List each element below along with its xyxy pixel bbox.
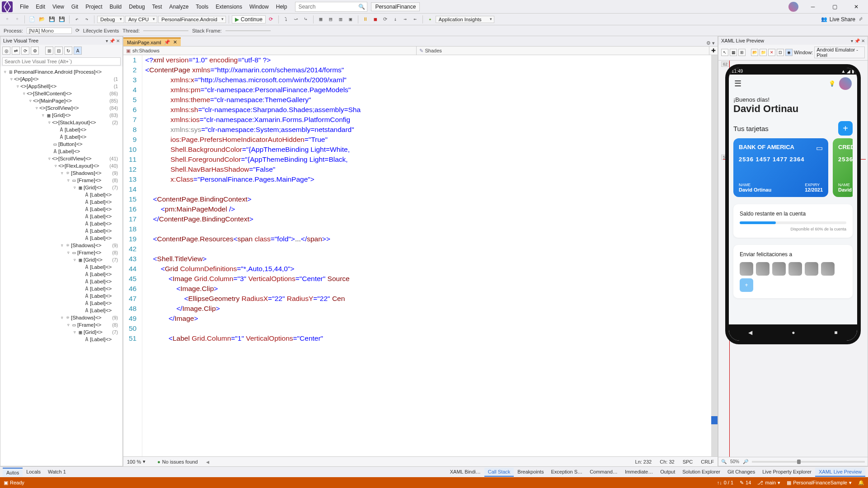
pv-tool6-icon[interactable]: ✕ [768, 49, 775, 56]
bottomtab-git-changes[interactable]: Git Changes [724, 468, 759, 477]
tree-node[interactable]: ▿<> [MainPage] <>(85) [0, 97, 122, 104]
menu-tools[interactable]: Tools [192, 0, 212, 13]
app-insights-dropdown[interactable]: Application Insights [436, 16, 494, 23]
pv-tool3-icon[interactable]: ⊞ [738, 49, 746, 56]
contact-avatar[interactable] [788, 262, 802, 276]
credit-card-2[interactable]: Cred 2536 nameDavid [833, 138, 853, 197]
back-icon[interactable]: ◀ [748, 329, 752, 336]
add-card-button[interactable]: + [838, 121, 853, 136]
new-icon[interactable]: 📄 [28, 15, 37, 24]
tab-tools-icon[interactable]: ⚙ ▾ [704, 40, 718, 46]
startup-project-dropdown[interactable]: PersonalFinance.Android [158, 16, 226, 23]
status-edits[interactable]: ✎ 14 [740, 480, 751, 486]
home-icon[interactable]: ● [792, 329, 795, 336]
tree-node[interactable]: A [Label] <> [0, 191, 122, 198]
feedback-icon[interactable]: ☍ [856, 15, 865, 24]
tree-node[interactable]: A [Label] <> [0, 235, 122, 242]
menu-icon[interactable]: ☰ [734, 79, 741, 89]
bottomtab-output[interactable]: Output [657, 468, 679, 477]
status-notif-icon[interactable]: 🔔 [858, 480, 864, 486]
phone-avatar[interactable] [839, 77, 852, 90]
back-icon[interactable]: ◦ [3, 15, 12, 24]
pin-icon[interactable]: 📌 [109, 38, 115, 43]
tree-node[interactable]: ▿⊞ PersonalFinance.Android [Process] <> [0, 68, 122, 75]
tree-node[interactable]: A [Label] <> [0, 307, 122, 314]
scrollbar[interactable] [711, 55, 718, 456]
redo-icon[interactable]: ↷ [82, 15, 91, 24]
bottomtab-call-stack[interactable]: Call Stack [484, 468, 514, 477]
bulb-icon[interactable]: 💡 [829, 80, 835, 87]
editor-tab[interactable]: MainPage.xaml📌✕ [123, 38, 181, 46]
stepinto-icon[interactable]: ⤷ [301, 15, 310, 24]
pause-icon[interactable]: ⏸ [361, 15, 370, 24]
menu-edit[interactable]: Edit [32, 0, 49, 13]
stack-dropdown[interactable] [225, 30, 271, 31]
ai-icon[interactable]: ✦ [426, 15, 435, 24]
stepout-icon[interactable]: ↓ [391, 15, 400, 24]
menu-help[interactable]: Help [272, 0, 291, 13]
tree-node[interactable]: ▿☼ [Shadows] <>(9) [0, 314, 122, 321]
thread-dropdown[interactable] [143, 30, 188, 31]
split-icon[interactable]: ✚ [709, 47, 718, 55]
close-icon[interactable]: ✕ [116, 38, 120, 43]
tree-tool-sync-icon[interactable]: ⇄ [12, 47, 20, 55]
spacing-indicator[interactable]: SPC [683, 459, 693, 465]
menu-project[interactable]: Project [82, 0, 106, 13]
continue-button[interactable]: ▶Continue [232, 15, 266, 23]
zoom-out-icon[interactable]: 🔍 [721, 459, 727, 464]
liveshare-label[interactable]: Live Share [830, 16, 855, 23]
hot-reload-icon[interactable]: ⟳ [267, 15, 276, 24]
tree-node[interactable]: ▿<> [FlexLayout] <>(40) [0, 162, 122, 169]
pv-tool4-icon[interactable]: 📂 [751, 49, 758, 56]
issues-indicator[interactable]: ●No issues found [157, 459, 198, 465]
open-icon[interactable]: 📂 [38, 15, 47, 24]
contact-avatar[interactable] [772, 262, 786, 276]
bottomtab-xaml-live-preview[interactable]: XAML Live Preview [815, 468, 865, 477]
process-dropdown[interactable]: [N/A] Mono [27, 28, 72, 34]
maximize-button[interactable]: ▢ [825, 1, 845, 12]
window-dropdown[interactable]: Android Emulator - Pixel [814, 47, 865, 58]
save-icon[interactable]: 💾 [47, 15, 56, 24]
tree-node[interactable]: A [Label] <> [0, 148, 122, 155]
contact-avatar[interactable] [756, 262, 769, 276]
tree-node[interactable]: ▿▦ [Grid] <>(7) [0, 184, 122, 191]
close-icon[interactable]: ✕ [861, 38, 865, 43]
status-repo[interactable]: ▦ PersonalFinanceSample ▾ [787, 480, 852, 486]
layout4-icon[interactable]: ▣ [346, 15, 355, 24]
tree-node[interactable]: A [Label] <> [0, 126, 122, 133]
tree-node[interactable]: A [Label] <> [0, 206, 122, 213]
add-contact-button[interactable]: + [740, 278, 753, 292]
pv-tool1-icon[interactable]: ↖ [721, 49, 728, 56]
tree-node[interactable]: ▿▭ [Frame] <>(8) [0, 249, 122, 256]
credit-card-1[interactable]: Bank of America ▭ 2536 1457 1477 2364 na… [733, 138, 828, 197]
tree-node[interactable]: ▭ [Button] <> [0, 141, 122, 148]
minimize-button[interactable]: ─ [803, 1, 823, 12]
tree-node[interactable]: A [Label] <> [0, 271, 122, 278]
nav-left[interactable]: ▣sh:Shadows [123, 47, 417, 55]
stepover2-icon[interactable]: → [401, 15, 410, 24]
dropdown-icon[interactable]: ▾ [106, 38, 108, 43]
tree-node[interactable]: ▿<> [StackLayout] <>(2) [0, 119, 122, 126]
pin-icon[interactable]: 📌 [164, 39, 170, 45]
stepover-icon[interactable]: ⤻ [291, 15, 300, 24]
menu-view[interactable]: View [49, 0, 68, 13]
solution-name[interactable]: PersonalFinance [371, 2, 420, 11]
menu-test[interactable]: Test [149, 0, 166, 13]
user-avatar[interactable] [788, 2, 798, 12]
tree-search-input[interactable] [2, 57, 121, 66]
contact-avatar[interactable] [805, 262, 818, 276]
tree-node[interactable]: A [Label] <> [0, 133, 122, 141]
tree-node[interactable]: ▿<> [App] <>(1 [0, 75, 122, 83]
menu-git[interactable]: Git [68, 0, 82, 13]
bottomtab-autos[interactable]: Autos [3, 468, 23, 477]
bottomtab-live-property-explorer[interactable]: Live Property Explorer [759, 468, 815, 477]
tree-tool-target-icon[interactable]: ◎ [2, 47, 10, 55]
bottomtab-command-[interactable]: Command… [586, 468, 621, 477]
tree-tool-refresh-icon[interactable]: ⟳ [21, 47, 29, 55]
platform-dropdown[interactable]: Any CPU [125, 16, 157, 23]
nav-right[interactable]: ✎Shades [417, 47, 710, 55]
bottomtab-locals[interactable]: Locals [23, 468, 44, 477]
zoom-dropdown[interactable]: 100 % ▾ [127, 459, 145, 465]
close-tab-icon[interactable]: ✕ [173, 39, 177, 45]
tree-node[interactable]: A [Label] <> [0, 198, 122, 206]
